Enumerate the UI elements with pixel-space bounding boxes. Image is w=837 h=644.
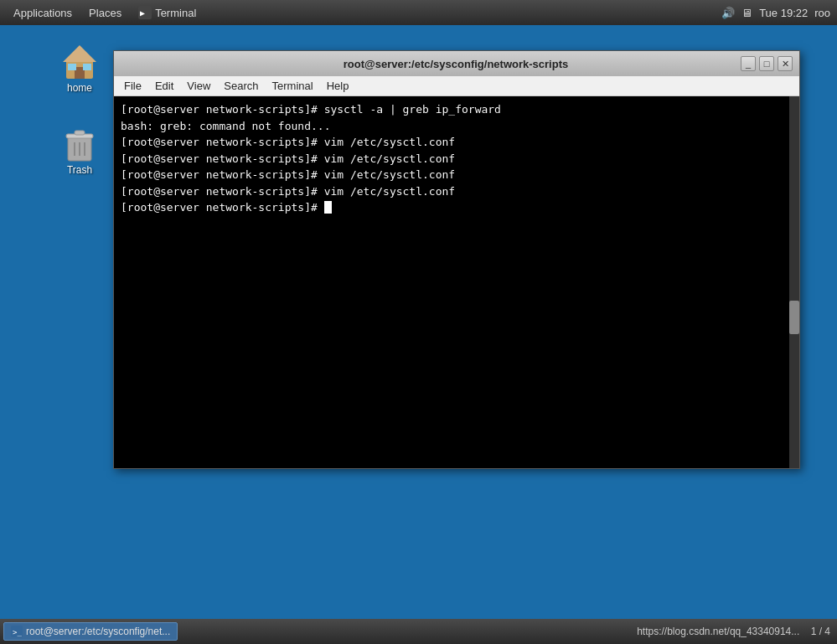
close-button[interactable]: ✕ [778, 56, 793, 71]
trash-icon-image [59, 124, 100, 164]
menu-bar: File Edit View Search Terminal Help [114, 76, 799, 96]
places-menu[interactable]: Places [82, 5, 128, 21]
menu-search[interactable]: Search [217, 78, 265, 94]
terminal-launch[interactable]: ▶ Terminal [132, 4, 203, 21]
home-icon-image [59, 42, 100, 82]
clock: Tue 19:22 [759, 7, 808, 19]
taskbar-top: Applications Places ▶ Terminal 🔊 🖥 Tue 1… [0, 0, 837, 25]
svg-rect-9 [75, 131, 85, 135]
terminal-label: Terminal [155, 7, 196, 19]
menu-edit[interactable]: Edit [148, 78, 180, 94]
window-controls: _ □ ✕ [741, 56, 793, 71]
taskbar-left: Applications Places ▶ Terminal [7, 4, 203, 21]
scrollbar-thumb[interactable] [789, 301, 799, 334]
display-icon[interactable]: 🖥 [741, 7, 752, 19]
taskbar-right: 🔊 🖥 Tue 19:22 roo [721, 7, 830, 19]
svg-marker-3 [63, 45, 96, 62]
cursor [324, 201, 332, 214]
applications-menu[interactable]: Applications [7, 5, 79, 21]
page-url: https://blog.csdn.net/qq_43340914... [637, 626, 799, 637]
title-bar: root@server:/etc/sysconfig/network-scrip… [114, 51, 799, 76]
trash-icon[interactable]: Trash [50, 124, 109, 176]
terminal-title: root@server:/etc/sysconfig/network-scrip… [171, 58, 741, 70]
page-count: 1 / 4 [811, 626, 830, 637]
svg-rect-5 [68, 64, 76, 70]
menu-help[interactable]: Help [320, 78, 356, 94]
task-label: root@server:/etc/sysconfig/net... [26, 626, 170, 637]
bottom-task-item[interactable]: >_ root@server:/etc/sysconfig/net... [3, 622, 178, 641]
svg-text:>_: >_ [13, 628, 22, 636]
home-label: home [67, 82, 92, 94]
terminal-icon: ▶ [138, 6, 152, 19]
maximize-button[interactable]: □ [759, 56, 774, 71]
menu-terminal[interactable]: Terminal [266, 78, 320, 94]
svg-text:▶: ▶ [140, 8, 145, 18]
terminal-body[interactable]: [root@server network-scripts]# sysctl -a… [114, 96, 799, 468]
speaker-icon[interactable]: 🔊 [721, 7, 735, 19]
terminal-output: [root@server network-scripts]# sysctl -a… [121, 101, 793, 216]
menu-view[interactable]: View [180, 78, 217, 94]
bottom-right-info: https://blog.csdn.net/qq_43340914... 1 /… [637, 626, 830, 637]
taskbar-bottom: >_ root@server:/etc/sysconfig/net... htt… [0, 619, 837, 644]
terminal-task-icon: >_ [11, 626, 23, 637]
svg-rect-6 [83, 64, 91, 70]
terminal-window: root@server:/etc/sysconfig/network-scrip… [113, 50, 800, 469]
user-label: roo [814, 7, 830, 19]
minimize-button[interactable]: _ [741, 56, 756, 71]
trash-label: Trash [67, 164, 92, 176]
menu-file[interactable]: File [117, 78, 148, 94]
home-icon[interactable]: home [50, 42, 109, 94]
scrollbar[interactable] [789, 96, 799, 468]
